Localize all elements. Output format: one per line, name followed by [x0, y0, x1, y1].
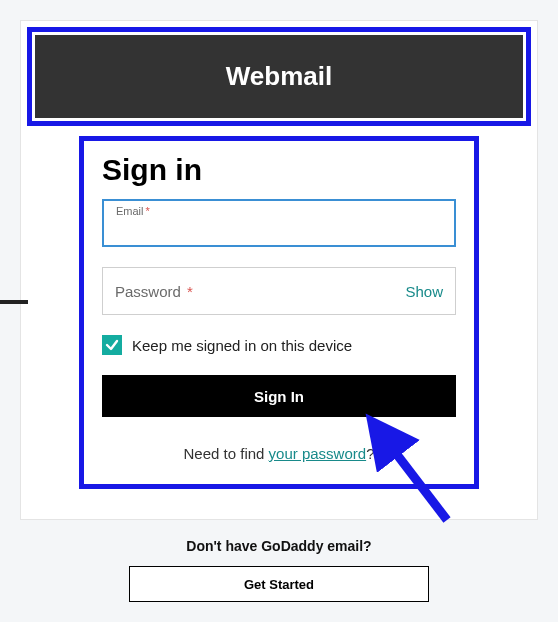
show-password-toggle[interactable]: Show [405, 283, 443, 300]
remember-label: Keep me signed in on this device [132, 337, 352, 354]
cta-prompt: Don't have GoDaddy email? [20, 538, 538, 554]
annotation-header-highlight: Webmail [27, 27, 531, 126]
remember-checkbox[interactable] [102, 335, 122, 355]
checkmark-icon [105, 338, 119, 352]
email-label: Email* [116, 205, 150, 217]
annotation-form-highlight: Sign in Email* Password * Show [79, 136, 479, 489]
auth-card: Webmail Sign in Email* Password * Show [20, 20, 538, 520]
forgot-password-line: Need to find your password? [102, 445, 456, 462]
sign-in-button[interactable]: Sign In [102, 375, 456, 417]
forgot-password-link[interactable]: your password [269, 445, 367, 462]
password-field[interactable]: Password * Show [102, 267, 456, 315]
form-title: Sign in [102, 153, 456, 187]
email-field[interactable]: Email* [102, 199, 456, 247]
password-label: Password * [115, 283, 193, 300]
page-title: Webmail [35, 61, 523, 92]
decorative-line [0, 300, 28, 304]
header-bar: Webmail [35, 35, 523, 118]
get-started-button[interactable]: Get Started [129, 566, 429, 602]
cta-section: Don't have GoDaddy email? Get Started [20, 538, 538, 602]
